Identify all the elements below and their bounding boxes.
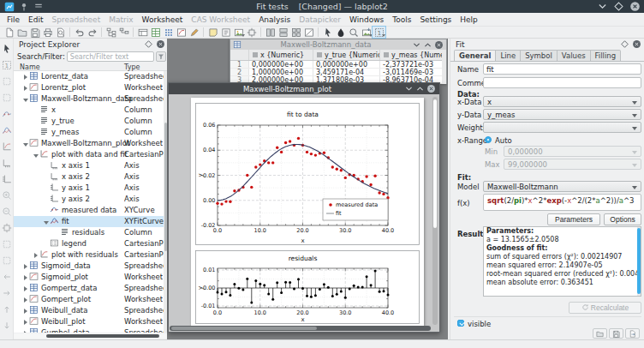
- tree-row-x-axis-1[interactable]: x axis 1Axis: [14, 160, 168, 171]
- tree-expander[interactable]: [22, 85, 29, 92]
- tab-symbol[interactable]: Symbol: [521, 50, 558, 62]
- tree-row-weibull_plot[interactable]: Weibull_plotWorksheet: [14, 316, 168, 327]
- tree-horizontal-scrollbar[interactable]: [14, 333, 168, 339]
- data-point[interactable]: [271, 161, 274, 164]
- collapse-tree-button[interactable]: [117, 27, 130, 38]
- new-datapicker-button[interactable]: [188, 27, 200, 38]
- add-equation-curve-button[interactable]: [1, 122, 13, 138]
- close-button[interactable]: [629, 1, 641, 12]
- menu-file[interactable]: File: [3, 13, 24, 27]
- print-preview-button[interactable]: [54, 27, 67, 38]
- tab-line[interactable]: Line: [496, 50, 521, 62]
- spreadsheet-row-1[interactable]: 10,000000e+000,000000e+00-2,373721e-03: [230, 61, 446, 69]
- tree-row-y_meas[interactable]: y_measColumn: [14, 127, 168, 138]
- data-point[interactable]: [365, 175, 367, 177]
- tree-row-plot-with-residuals[interactable]: plot with residualsCartesianPlot: [14, 249, 168, 261]
- residual-point[interactable]: [297, 278, 300, 280]
- residual-point[interactable]: [221, 293, 224, 296]
- spreadsheet-grid[interactable]: x {Numeric}y_true {Numeric}y_meas {Numer…: [230, 50, 446, 83]
- worksheet-vertical-scrollbar[interactable]: [432, 97, 438, 325]
- residual-point[interactable]: [271, 298, 274, 301]
- name-field[interactable]: [483, 63, 641, 75]
- layout-vertical-button[interactable]: [264, 27, 277, 38]
- zoom-select-region-button[interactable]: 1: [1, 57, 13, 73]
- results-scrollbar[interactable]: [637, 227, 641, 296]
- data-point[interactable]: [369, 183, 372, 186]
- cell[interactable]: -2,373721e-03: [380, 61, 444, 68]
- worksheet-window[interactable]: Maxwell-Boltzmann_plot 0.010.020.030.040…: [168, 82, 440, 333]
- data-point[interactable]: [373, 175, 376, 177]
- edit-undo-button[interactable]: [73, 27, 86, 38]
- tree-expander[interactable]: [33, 252, 39, 259]
- residual-point[interactable]: [370, 284, 373, 286]
- shift-left-button[interactable]: [1, 268, 13, 285]
- data-point[interactable]: [323, 152, 325, 154]
- folder-open-button[interactable]: [15, 27, 28, 38]
- search-input[interactable]: [67, 51, 154, 62]
- recalculate-button[interactable]: Recalculate: [569, 302, 641, 314]
- residual-point[interactable]: [301, 287, 304, 290]
- tree-expander[interactable]: [22, 274, 29, 281]
- tree-expander[interactable]: [22, 285, 29, 292]
- tree-row-maxwell-boltzmann_plot[interactable]: Maxwell-Boltzmann_plotWorksheet: [14, 138, 168, 149]
- restore-window-icon[interactable]: [423, 40, 432, 50]
- close-window-icon[interactable]: [434, 40, 444, 50]
- residual-point[interactable]: [327, 286, 330, 289]
- float-dock-icon[interactable]: [620, 39, 629, 49]
- residual-point[interactable]: [289, 281, 291, 284]
- parameters-button[interactable]: Parameters: [547, 213, 600, 225]
- tree-expander[interactable]: [33, 152, 39, 159]
- zoom-select-button[interactable]: 1: [373, 27, 385, 38]
- expand-tree-button[interactable]: [104, 27, 117, 38]
- menu-analysis[interactable]: Analysis: [254, 13, 295, 27]
- tree-row-measured-data[interactable]: measured dataXYCurve: [14, 205, 168, 216]
- maximize-button[interactable]: [613, 1, 624, 12]
- tree-expander[interactable]: [22, 74, 29, 81]
- tree-row-gompert_plot[interactable]: Gompert_plotWorksheet: [14, 294, 168, 305]
- minimize-window-icon[interactable]: [412, 40, 421, 50]
- residual-point[interactable]: [229, 294, 231, 297]
- tree-row-weibull_data[interactable]: Weibull_dataSpreadsheet: [14, 305, 168, 316]
- zoom-in-button[interactable]: [1, 187, 13, 203]
- tree-row-gumbel_data[interactable]: Gumbel_dataSpreadsheet: [14, 327, 168, 333]
- data-point[interactable]: [378, 191, 380, 194]
- residual-point[interactable]: [383, 290, 385, 292]
- residual-point[interactable]: [353, 285, 355, 287]
- column-header-type[interactable]: Type: [124, 63, 140, 71]
- cell[interactable]: 1,000000e+00: [249, 69, 313, 75]
- data-point[interactable]: [310, 153, 313, 155]
- tree-row-x-axis-2[interactable]: x axis 2Axis: [14, 171, 168, 183]
- menu-edit[interactable]: Edit: [24, 13, 47, 27]
- min-spinbox[interactable]: 0,000000: [504, 146, 641, 157]
- worksheet-horizontal-scrollbar[interactable]: [170, 326, 431, 331]
- residual-point[interactable]: [293, 288, 295, 291]
- tree-row-y-axis-2[interactable]: y axis 2Axis: [14, 194, 168, 205]
- residual-point[interactable]: [379, 291, 381, 293]
- data-point[interactable]: [289, 140, 291, 142]
- filter-options-button[interactable]: [156, 51, 166, 62]
- float-dock-icon[interactable]: [144, 39, 153, 49]
- menu-tools[interactable]: Tools: [388, 13, 415, 27]
- data-point[interactable]: [336, 168, 338, 171]
- residual-point[interactable]: [366, 275, 368, 278]
- tree-row-sigmoid_plot[interactable]: Sigmoid_plotWorksheet: [14, 272, 168, 283]
- new-matrix-button[interactable]: [162, 27, 175, 38]
- options-button[interactable]: Options: [604, 213, 641, 225]
- residual-point[interactable]: [217, 291, 219, 294]
- zoom-fit-button[interactable]: [1, 219, 13, 236]
- visible-checkbox[interactable]: [457, 320, 464, 327]
- add-axis-left-button[interactable]: [1, 171, 13, 187]
- tree-row-gompertz_data[interactable]: Gompertz_dataSpreadsheet: [14, 283, 168, 294]
- minimize-window-icon[interactable]: [404, 84, 414, 93]
- residual-point[interactable]: [233, 283, 236, 285]
- close-dock-icon[interactable]: [632, 39, 641, 49]
- residual-point[interactable]: [237, 287, 240, 290]
- data-point[interactable]: [340, 169, 343, 171]
- residual-point[interactable]: [246, 278, 248, 280]
- tree-expander[interactable]: [22, 308, 29, 315]
- row-number[interactable]: 2: [230, 69, 249, 75]
- restore-window-icon[interactable]: [415, 84, 425, 93]
- tree-row-legend[interactable]: legendCartesianPlotLegend: [14, 238, 168, 249]
- new-note-button[interactable]: [206, 27, 219, 38]
- tree-row-y_true[interactable]: y_trueColumn: [14, 116, 168, 127]
